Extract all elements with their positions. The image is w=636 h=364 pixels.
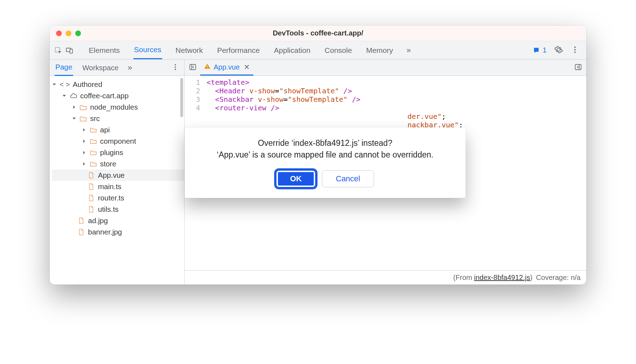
scrollbar-thumb[interactable] [180, 78, 183, 117]
tree-file-main-ts[interactable]: main.ts [52, 181, 184, 192]
minimize-window-button[interactable] [66, 31, 71, 36]
code-line[interactable]: der.vue"; [185, 112, 586, 121]
code-line[interactable]: 1<template> [185, 78, 586, 87]
tab-network[interactable]: Network [175, 42, 204, 59]
tree-label: component [100, 137, 136, 145]
code-content[interactable]: <Snackbar v-show="showTemplate" /> [207, 95, 361, 104]
device-toolbar-icon[interactable] [65, 46, 75, 54]
subtab-workspace[interactable]: Workspace [82, 60, 119, 76]
brackets-icon: < > [60, 81, 70, 89]
open-file-tab[interactable]: App.vue ✕ [200, 60, 253, 76]
source-map-from: (From index-8bfa4912.js) [453, 274, 532, 282]
disclosure-right-icon [72, 105, 77, 109]
tree-folder-plugins[interactable]: plugins [52, 147, 184, 158]
tabs-overflow-icon[interactable]: » [406, 46, 411, 55]
dialog-line-1: Override ‘index-8bfa4912.js’ instead? [197, 137, 454, 149]
navigator-more-icon[interactable] [171, 63, 184, 72]
svg-point-4 [574, 49, 576, 50]
disclosure-right-icon [82, 162, 87, 166]
code-content[interactable]: <template> [207, 78, 249, 87]
disclosure-down-icon [72, 116, 77, 121]
dialog-line-2: ‘App.vue’ is a source mapped file and ca… [197, 149, 454, 161]
tree-label: api [100, 126, 110, 134]
tab-elements[interactable]: Elements [88, 42, 121, 59]
tree-folder-node-modules[interactable]: node_modules [52, 101, 184, 113]
tab-sources[interactable]: Sources [133, 41, 162, 59]
code-line[interactable]: 3 <Snackbar v-show="showTemplate" /> [185, 95, 586, 104]
disclosure-right-icon [82, 139, 87, 143]
devtools-window: DevTools - coffee-cart.app/ Elements Sou… [50, 26, 586, 285]
file-icon [77, 228, 85, 236]
code-line[interactable]: 4 <router-view /> [185, 104, 586, 112]
source-map-link[interactable]: index-8bfa4912.js [474, 274, 530, 281]
tree-folder-store[interactable]: store [52, 158, 184, 170]
close-window-button[interactable] [56, 31, 62, 36]
file-navigator[interactable]: < > Authored coffee-cart.app node_module… [50, 76, 185, 285]
tree-file-app-vue[interactable]: App.vue [52, 170, 184, 181]
main-tabstrip: Elements Sources Network Performance App… [50, 41, 586, 60]
code-content[interactable]: <router-view /> [207, 104, 279, 112]
tab-console[interactable]: Console [324, 42, 353, 59]
tree-file-router-ts[interactable]: router.ts [52, 192, 184, 204]
tree-label: utils.ts [98, 205, 119, 214]
disclosure-down-icon [52, 82, 57, 87]
line-number: 4 [185, 104, 207, 112]
ok-button[interactable]: OK [276, 170, 316, 187]
tree-file-ad-jpg[interactable]: ad.jpg [52, 215, 184, 226]
dialog-buttons: OK Cancel [197, 170, 454, 187]
toggle-debugger-icon[interactable] [574, 63, 582, 72]
tree-root-authored[interactable]: < > Authored [52, 79, 184, 90]
subtab-overflow-icon[interactable]: » [128, 63, 132, 72]
warning-icon [204, 63, 211, 72]
svg-point-6 [175, 64, 176, 65]
close-file-icon[interactable]: ✕ [244, 63, 250, 71]
tree-label: src [90, 114, 100, 123]
zoom-window-button[interactable] [75, 31, 81, 36]
folder-icon [80, 104, 87, 111]
tree-file-banner-jpg[interactable]: banner.jpg [52, 226, 184, 238]
settings-icon[interactable] [554, 45, 563, 55]
inspect-element-icon[interactable] [53, 46, 63, 54]
toolbar-right: 1 [533, 45, 583, 55]
override-dialog: Override ‘index-8bfa4912.js’ instead? ‘A… [185, 127, 466, 198]
tree-domain[interactable]: coffee-cart.app [52, 90, 184, 101]
issues-chip[interactable]: 1 [533, 46, 547, 54]
svg-rect-2 [70, 49, 72, 53]
svg-rect-11 [207, 65, 208, 67]
line-number [185, 112, 207, 121]
folder-icon [89, 126, 97, 133]
code-line[interactable]: 2 <Header v-show="showTemplate" /> [185, 87, 586, 95]
svg-point-8 [175, 68, 176, 70]
tree-file-utils-ts[interactable]: utils.ts [52, 204, 184, 215]
tree-folder-src[interactable]: src [52, 113, 184, 124]
subtab-page[interactable]: Page [55, 59, 73, 76]
file-icon [87, 183, 95, 190]
editor-tabbar: App.vue ✕ [185, 60, 586, 76]
issues-count: 1 [543, 46, 547, 54]
cloud-icon [70, 92, 77, 99]
more-menu-icon[interactable] [571, 45, 579, 55]
tree-root-label: Authored [73, 80, 102, 89]
code-content[interactable]: der.vue"; [207, 112, 446, 121]
tab-memory[interactable]: Memory [366, 42, 394, 59]
tab-application[interactable]: Application [273, 42, 311, 59]
tree-folder-component[interactable]: component [52, 136, 184, 147]
line-number: 3 [185, 95, 207, 104]
svg-point-7 [175, 66, 176, 68]
disclosure-down-icon [62, 94, 67, 98]
line-number: 2 [185, 87, 207, 95]
tab-performance[interactable]: Performance [216, 42, 261, 59]
file-icon [87, 194, 95, 202]
code-content[interactable]: <Header v-show="showTemplate" /> [207, 87, 352, 95]
tree-label: plugins [100, 148, 123, 157]
sources-body: < > Authored coffee-cart.app node_module… [50, 76, 586, 285]
toggle-navigator-icon[interactable] [189, 63, 197, 72]
tree-folder-api[interactable]: api [52, 124, 184, 136]
svg-point-5 [574, 51, 576, 53]
titlebar: DevTools - coffee-cart.app/ [50, 26, 586, 41]
tree-label: App.vue [98, 171, 125, 180]
cancel-button[interactable]: Cancel [322, 170, 374, 187]
editor-statusbar: (From index-8bfa4912.js) Coverage: n/a [185, 270, 586, 285]
main-tabs: Elements Sources Network Performance App… [88, 41, 531, 59]
tree-label: banner.jpg [88, 228, 122, 236]
